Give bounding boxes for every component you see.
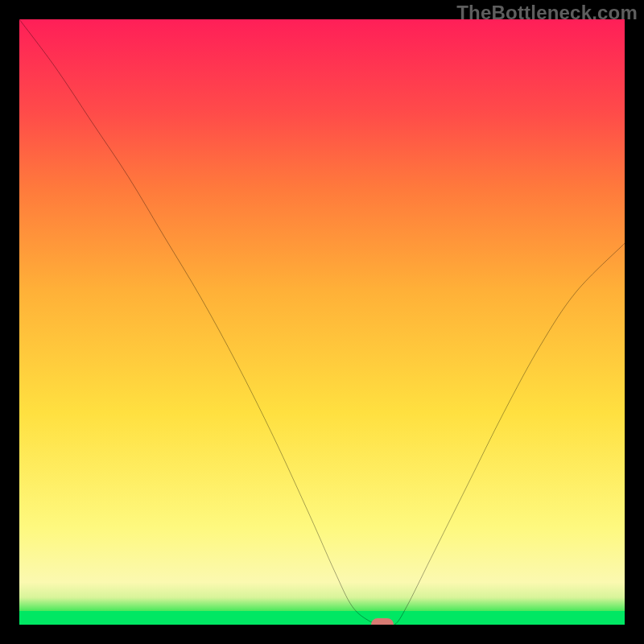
optimal-point-marker (371, 618, 394, 625)
chart-frame: TheBottleneck.com (0, 0, 644, 644)
bottleneck-curve (19, 19, 625, 625)
watermark-label: TheBottleneck.com (456, 2, 638, 24)
plot-area (19, 19, 625, 625)
